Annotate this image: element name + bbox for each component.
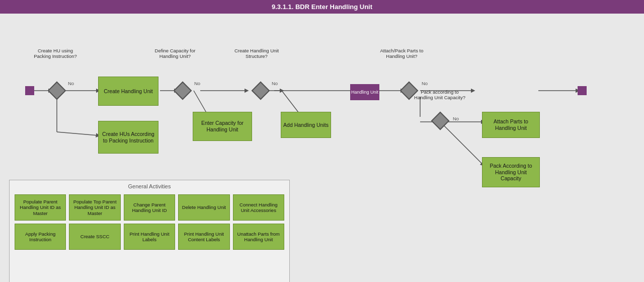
pack-capacity[interactable]: Pack According to Handling Unit Capacity (482, 157, 540, 187)
create-handling-unit[interactable]: Create Handling Unit (98, 77, 158, 106)
general-activities-grid: Populate Parent Handling Unit ID as Mast… (10, 191, 289, 253)
question-5: Pack according to Handling Unit Capacity… (413, 89, 467, 101)
gen-item-0[interactable]: Populate Parent Handling Unit ID as Mast… (15, 194, 66, 221)
gen-item-8[interactable]: Print Handling Unit Content Labels (178, 224, 229, 250)
page-header: 9.3.1.1. BDR Enter Handling Unit (0, 0, 644, 14)
diamond-3 (252, 82, 270, 100)
add-handling-units[interactable]: Add Handling Units (281, 112, 331, 138)
question-3: Create Handling Unit Structure? (231, 48, 282, 59)
svg-line-15 (57, 132, 98, 135)
gen-item-7[interactable]: Print Handling Unit Labels (124, 224, 175, 250)
diamond-1 (48, 82, 66, 100)
end-node (578, 86, 587, 95)
diamond-2 (174, 82, 192, 100)
gen-item-2[interactable]: Change Parent Handling Unit ID (124, 194, 175, 221)
gen-item-4[interactable]: Connect Handling Unit Accessories (233, 194, 284, 221)
no-label-3: No (272, 81, 278, 86)
no-label-4: No (422, 81, 428, 86)
question-2: Define Capacity for Handling Unit? (150, 48, 200, 59)
create-hus-packing[interactable]: Create HUs According to Packing Instruct… (98, 121, 158, 154)
general-activities-title: General Activities (10, 180, 289, 191)
no-label-5: No (453, 116, 459, 121)
general-activities-container: General Activities Populate Parent Handl… (9, 180, 290, 282)
svg-line-12 (440, 122, 483, 165)
gen-item-3[interactable]: Delete Handling Unit (178, 194, 229, 221)
gen-item-5[interactable]: Apply Packing Instruction (15, 224, 66, 250)
no-label-1: No (68, 81, 74, 86)
attach-parts[interactable]: Attach Parts to Handling Unit (482, 112, 540, 138)
enter-capacity[interactable]: Enter Capacity for Handling Unit (193, 112, 252, 141)
page-title: 9.3.1.1. BDR Enter Handling Unit (272, 3, 372, 11)
gen-item-6[interactable]: Create SSCC (69, 224, 120, 250)
gen-item-9[interactable]: Unattach Parts from Handling Unit (233, 224, 284, 250)
handling-unit-node: Handling Unit (350, 84, 379, 100)
no-label-2: No (194, 81, 200, 86)
question-1: Create HU using Packing Instruction? (30, 48, 80, 59)
diamond-5 (431, 112, 450, 130)
question-4: Attach/Pack Parts to Handling Unit? (375, 48, 428, 59)
start-node (25, 86, 34, 95)
main-area: Create HU using Packing Instruction? No … (0, 14, 644, 280)
gen-item-1[interactable]: Populate Top Parent Handling Unit ID as … (69, 194, 120, 221)
